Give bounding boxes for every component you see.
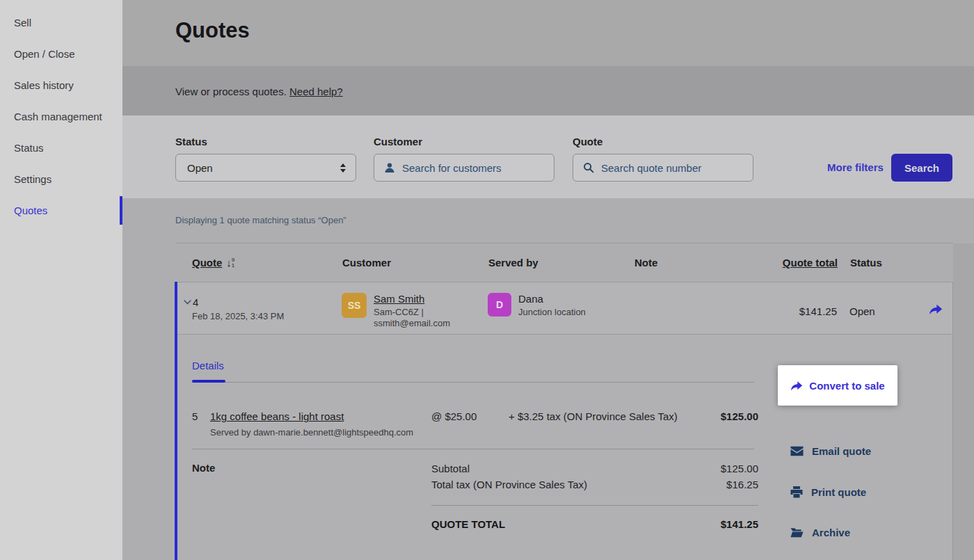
archive-button[interactable]: Archive bbox=[790, 527, 850, 538]
column-header-quote-total[interactable]: Quote total bbox=[768, 257, 838, 269]
sidebar-item-cash-management[interactable]: Cash management bbox=[0, 101, 122, 132]
chevron-expand-icon[interactable] bbox=[184, 300, 191, 305]
customer-search-input[interactable] bbox=[402, 162, 544, 174]
total-tax-value: $16.25 bbox=[726, 479, 758, 490]
line-items-divider bbox=[192, 449, 754, 449]
subtotal-row: Subtotal $125.00 bbox=[431, 463, 758, 474]
convert-to-sale-label: Convert to sale bbox=[809, 380, 884, 392]
sidebar-item-sell[interactable]: Sell bbox=[0, 7, 122, 38]
column-header-customer: Customer bbox=[342, 257, 488, 269]
sidebar-item-label: Open / Close bbox=[14, 48, 75, 60]
customer-avatar: SS bbox=[342, 293, 367, 318]
column-header-note: Note bbox=[634, 257, 768, 269]
subtitle: View or process quotes. bbox=[175, 86, 287, 97]
print-quote-label: Print quote bbox=[811, 486, 866, 498]
folder-open-icon bbox=[790, 527, 804, 538]
sidebar-item-label: Sales history bbox=[14, 79, 74, 91]
customer-label: Customer bbox=[374, 136, 554, 147]
stepper-arrows-icon[interactable] bbox=[340, 163, 346, 173]
convert-to-sale-button[interactable]: Convert to sale bbox=[778, 365, 897, 406]
sidebar-item-status[interactable]: Status bbox=[0, 132, 122, 163]
person-icon bbox=[384, 162, 395, 173]
more-filters-link[interactable]: More filters bbox=[827, 161, 884, 173]
totals-divider bbox=[431, 505, 758, 506]
total-tax-row: Total tax (ON Province Sales Tax) $16.25 bbox=[431, 479, 758, 490]
quote-details-panel: Details Convert to sale 5 1kg coffee bea… bbox=[177, 335, 952, 559]
active-item-indicator bbox=[120, 196, 122, 225]
sidebar-item-label: Quotes bbox=[14, 205, 47, 216]
subtotal-label: Subtotal bbox=[431, 463, 470, 474]
active-tab-indicator bbox=[192, 380, 225, 383]
served-by-avatar: D bbox=[488, 293, 511, 317]
quote-row[interactable]: 4 Feb 18, 2025, 3:43 PM SS Sam Smith Sam… bbox=[177, 282, 952, 335]
quote-total-row: QUOTE TOTAL $141.25 bbox=[431, 518, 758, 530]
served-by-cell: D Dana Junction location bbox=[488, 282, 634, 334]
served-by-location: Junction location bbox=[518, 307, 586, 318]
need-help-link[interactable]: Need help? bbox=[289, 86, 343, 97]
served-by-name: Dana bbox=[518, 293, 586, 305]
archive-label: Archive bbox=[812, 527, 850, 538]
column-header-quote: Quote ↓ 9 1 bbox=[175, 257, 342, 269]
total-tax-label: Total tax (ON Province Sales Tax) bbox=[431, 479, 587, 490]
quotes-page: { "palette": { "accent_indigo": "#2a2ad4… bbox=[0, 0, 974, 560]
info-text: View or process quotes. Need help? bbox=[122, 66, 974, 97]
tabs-divider bbox=[192, 382, 754, 383]
quote-date: Feb 18, 2025, 3:43 PM bbox=[192, 311, 342, 321]
envelope-icon bbox=[790, 446, 804, 456]
info-band: View or process quotes. Need help? bbox=[122, 66, 974, 115]
quote-search-box[interactable] bbox=[573, 154, 753, 182]
column-header-status: Status bbox=[838, 257, 891, 269]
customer-search-box[interactable] bbox=[374, 154, 554, 182]
quote-total-label: QUOTE TOTAL bbox=[431, 518, 505, 530]
sidebar-item-label: Cash management bbox=[14, 111, 102, 122]
results-section: Displaying 1 quote matching status “Open… bbox=[122, 198, 974, 560]
customer-name-link[interactable]: Sam Smith bbox=[374, 293, 450, 305]
quote-total-amount: $141.25 bbox=[721, 518, 758, 530]
search-button[interactable]: Search bbox=[891, 154, 952, 182]
status-filter-group: Status Open bbox=[175, 136, 356, 182]
line-item-amount: $125.00 bbox=[192, 410, 758, 422]
column-header-served-by: Served by bbox=[488, 257, 634, 269]
quote-number: 4 bbox=[193, 296, 198, 308]
status-value: Open bbox=[837, 282, 890, 334]
note-cell bbox=[634, 282, 767, 334]
customer-email: ssmith@email.com bbox=[374, 318, 450, 329]
printer-icon bbox=[790, 486, 803, 498]
status-label: Status bbox=[175, 136, 356, 147]
customer-code: Sam-CC6Z | bbox=[374, 307, 450, 318]
quote-number-input[interactable] bbox=[601, 162, 743, 174]
convert-arrow-icon bbox=[790, 381, 803, 391]
quote-number-cell: 4 Feb 18, 2025, 3:43 PM bbox=[177, 282, 342, 334]
sidebar-item-label: Status bbox=[14, 142, 44, 154]
sidebar-item-label: Sell bbox=[14, 17, 31, 29]
tab-details[interactable]: Details bbox=[192, 360, 224, 371]
quote-total-value: $141.25 bbox=[767, 282, 837, 334]
sidebar-item-label: Settings bbox=[14, 173, 51, 185]
note-label: Note bbox=[192, 462, 215, 474]
convert-arrow-icon[interactable] bbox=[929, 303, 943, 315]
chevron-down-icon bbox=[340, 169, 346, 173]
chevron-up-icon bbox=[340, 163, 346, 167]
search-icon bbox=[583, 162, 594, 173]
email-quote-button[interactable]: Email quote bbox=[790, 445, 871, 457]
print-quote-button[interactable]: Print quote bbox=[790, 486, 866, 498]
subtotal-value: $125.00 bbox=[721, 463, 758, 474]
filters-bar: Status Open Customer Quote bbox=[122, 115, 974, 198]
status-selected-value: Open bbox=[186, 162, 213, 174]
sort-descending-icon[interactable]: ↓ 9 1 bbox=[226, 257, 234, 269]
email-quote-label: Email quote bbox=[812, 445, 871, 457]
line-item-served-by: Served by dawn-marie.bennett@lightspeedh… bbox=[210, 427, 413, 438]
sidebar-item-settings[interactable]: Settings bbox=[0, 163, 122, 195]
row-action-cell bbox=[890, 282, 952, 334]
sidebar-item-open-close[interactable]: Open / Close bbox=[0, 38, 122, 70]
sidebar-item-sales-history[interactable]: Sales history bbox=[0, 70, 122, 101]
customer-cell: SS Sam Smith Sam-CC6Z | ssmith@email.com bbox=[342, 282, 488, 334]
status-select[interactable]: Open bbox=[175, 154, 356, 182]
quote-label: Quote bbox=[573, 136, 753, 147]
sidebar-item-quotes[interactable]: Quotes bbox=[0, 195, 122, 226]
table-header: Quote ↓ 9 1 Customer Served by Note Quot… bbox=[175, 243, 953, 282]
main-content: Quotes View or process quotes. Need help… bbox=[122, 0, 974, 560]
quote-sort-link[interactable]: Quote bbox=[192, 257, 222, 269]
sidebar: Sell Open / Close Sales history Cash man… bbox=[0, 0, 122, 560]
results-summary: Displaying 1 quote matching status “Open… bbox=[175, 215, 346, 225]
